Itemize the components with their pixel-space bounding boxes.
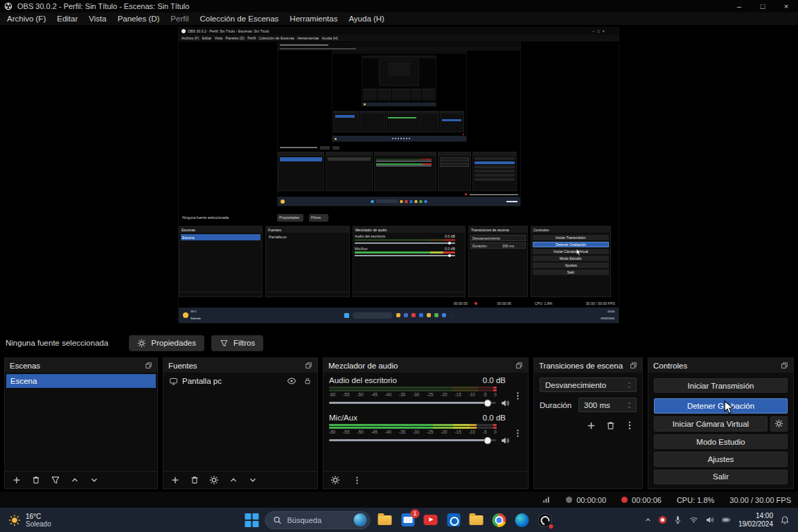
wifi-icon[interactable] [689, 515, 698, 524]
stop-recording-button[interactable]: Detener Grabación [654, 398, 788, 413]
close-button[interactable]: × [774, 0, 798, 12]
remove-scene-button[interactable] [31, 475, 41, 485]
window-controls: – □ × [727, 0, 798, 12]
preview-window-title: OBS 30.0.2 - Perfil: Sin Título - Escena… [188, 29, 269, 33]
advanced-audio-button[interactable] [330, 475, 340, 485]
obs-logo-icon [4, 2, 12, 10]
menu-item[interactable]: Colección de Escenas [195, 15, 285, 23]
preview-docks: Escenas Escena Fuentes Pantalla pc Mezcl… [179, 226, 619, 297]
weather-widget[interactable]: 16°C Soleado [0, 508, 60, 532]
window-title: OBS 30.0.2 - Perfil: Sin Título - Escena… [17, 2, 189, 10]
start-streaming-button[interactable]: Iniciar Transmisión [654, 378, 788, 393]
recording-indicator-dot [549, 524, 554, 529]
taskbar-app-chrome[interactable] [491, 512, 508, 529]
start-button[interactable] [245, 513, 259, 527]
scene-filters-button[interactable] [51, 475, 60, 485]
preview-level2 [278, 43, 520, 206]
chevron-down-icon[interactable] [626, 385, 632, 389]
notifications-bell-icon[interactable] [780, 515, 790, 525]
volume-icon[interactable] [705, 515, 714, 524]
source-toolbar: Ninguna fuente seleccionada Propiedades … [0, 332, 798, 353]
move-source-down-button[interactable] [248, 475, 258, 485]
dock-icon[interactable] [781, 362, 788, 369]
scale-tick: -35 [399, 429, 405, 435]
filters-button[interactable]: Filtros [211, 335, 263, 351]
taskbar-app-edge[interactable] [514, 512, 531, 529]
volume-slider[interactable] [329, 402, 496, 404]
minimize-button[interactable]: – [727, 0, 751, 12]
menu-item[interactable]: Herramientas [284, 15, 343, 23]
dock-icon[interactable] [305, 362, 312, 369]
menu-item[interactable]: Archivo (F) [1, 15, 51, 23]
remove-source-button[interactable] [190, 475, 200, 485]
add-scene-button[interactable] [12, 475, 21, 485]
preview-controls-panel: Controles Iniciar Transmisión Detener Gr… [531, 226, 611, 297]
battery-icon[interactable] [721, 515, 732, 524]
preview-titlebar: OBS 30.0.2 - Perfil: Sin Título - Escena… [179, 28, 619, 35]
exit-button[interactable]: Salir [654, 470, 788, 484]
scenes-panel: Escenas Escena [4, 357, 158, 489]
duration-input[interactable]: 300 ms [578, 398, 637, 412]
volume-slider-handle[interactable] [484, 400, 490, 406]
scale-tick: -10 [469, 392, 475, 398]
taskbar-app-mail[interactable]: 1 [400, 512, 416, 529]
transition-select[interactable]: Desvanecimiento [540, 378, 637, 392]
studio-mode-button[interactable]: Modo Estudio [654, 434, 788, 449]
obs-tray-icon[interactable] [659, 516, 666, 524]
menu-item[interactable]: Vista [83, 15, 112, 23]
taskbar-app-obs[interactable] [537, 512, 553, 529]
sources-panel-header: Fuentes [163, 358, 317, 373]
maximize-button[interactable]: □ [751, 0, 774, 12]
preview-level4 [362, 56, 436, 106]
remove-transition-button[interactable] [605, 420, 616, 431]
menu-item[interactable]: Perfil [165, 15, 194, 23]
taskbar-clock[interactable]: 14:00 19/02/2024 [738, 512, 773, 529]
preview-statusbar: 00:00:00 00:00:06 CPU: 1.8% 30.00 / 30.0… [179, 299, 619, 308]
duration-value: 300 ms [584, 401, 610, 409]
decor [278, 197, 520, 206]
lock-toggle[interactable] [303, 377, 312, 385]
scale-tick: -20 [441, 429, 447, 435]
source-properties-button[interactable] [209, 475, 219, 485]
start-virtual-camera-button[interactable]: Iniciar Cámara Virtual [654, 416, 768, 432]
chevron-down-icon[interactable] [626, 405, 632, 409]
mixer-channels: Audio del escritorio 0.0 dB -60-55-50-45… [323, 373, 528, 471]
search-input[interactable] [287, 516, 349, 524]
menu-item[interactable]: Paneles (D) [112, 15, 166, 23]
add-source-button[interactable] [170, 475, 180, 485]
channel-menu-button[interactable] [513, 391, 522, 400]
dock-icon[interactable] [515, 362, 523, 369]
volume-slider[interactable] [329, 439, 496, 441]
mute-button[interactable] [500, 436, 510, 445]
dock-icon[interactable] [145, 362, 152, 369]
move-source-up-button[interactable] [229, 475, 238, 485]
settings-button[interactable]: Ajustes [654, 452, 788, 466]
menu-item[interactable]: Editar [51, 15, 83, 23]
tray-chevron-up-icon[interactable] [644, 516, 652, 524]
visibility-toggle[interactable] [287, 376, 296, 386]
taskbar-app-file-explorer[interactable] [377, 512, 393, 529]
volume-slider-handle[interactable] [484, 437, 490, 443]
mic-icon[interactable] [673, 515, 682, 524]
source-item[interactable]: Pantalla pc [165, 374, 316, 388]
taskbar-app-youtube[interactable] [423, 512, 439, 529]
taskbar-app-folder[interactable] [468, 512, 485, 529]
scale-tick: -50 [357, 429, 363, 435]
channel-menu-button[interactable] [513, 429, 522, 438]
menu-item[interactable]: Ayuda (H) [343, 15, 390, 23]
move-scene-up-button[interactable] [70, 475, 80, 485]
scene-item[interactable]: Escena [6, 374, 156, 388]
mute-button[interactable] [500, 398, 510, 408]
dock-icon[interactable] [630, 362, 637, 369]
transition-menu-button[interactable] [625, 420, 635, 430]
search-box[interactable] [265, 511, 371, 529]
properties-button[interactable]: Propiedades [129, 335, 204, 351]
sources-panel: Fuentes Pantalla pc [163, 357, 318, 489]
virtual-camera-config-button[interactable] [770, 416, 788, 432]
move-scene-down-button[interactable] [89, 475, 99, 485]
meter-scale: -60-55-50-45-40-35-30-25-20-15-10-50 [329, 429, 497, 435]
mixer-menu-button[interactable] [353, 476, 362, 485]
taskbar-app-outlook[interactable] [445, 512, 462, 529]
add-transition-button[interactable] [586, 420, 596, 431]
preview-display[interactable]: OBS 30.0.2 - Perfil: Sin Título - Escena… [179, 28, 619, 323]
